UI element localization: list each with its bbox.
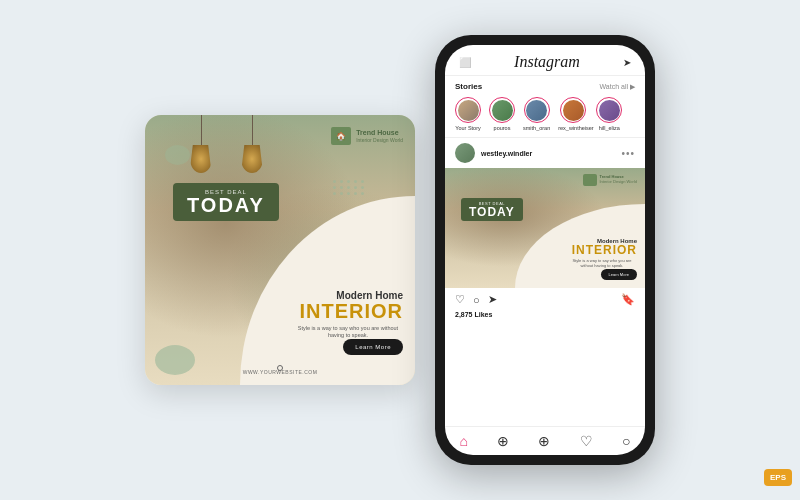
send-icon: ➤ [623, 57, 631, 68]
instagram-header: ⬜ Instagram ➤ [445, 45, 645, 76]
mini-logo-icon [583, 174, 597, 186]
poster-avatar [455, 143, 475, 163]
brand-logo: 🏠 Trend House Interior Design World [331, 127, 403, 145]
story-rex[interactable]: rex_wintheiser [558, 97, 588, 131]
story-name-pouros: pouros [494, 125, 511, 131]
eps-badge: EPS [764, 469, 792, 486]
nav-home-icon[interactable]: ⌂ [460, 433, 468, 449]
mini-today: TODAY [469, 206, 515, 218]
story-avatar-smith [524, 97, 550, 123]
bottom-nav: ⌂ ⊕ ⊕ ♡ ○ [445, 426, 645, 455]
stories-header: Stories Watch all ▶ [455, 82, 635, 91]
deal-badge: BEST DEAL TODAY [173, 183, 279, 221]
stories-label: Stories [455, 82, 482, 91]
poster-name: westley.windler [481, 150, 615, 157]
post-options-dots[interactable]: ••• [621, 148, 635, 159]
blob-decoration [155, 345, 195, 375]
post-image: Trend House Interior Design World BEST D… [445, 168, 645, 288]
post-actions: ♡ ○ ➤ 🔖 [445, 288, 645, 311]
story-avatar-pouros [489, 97, 515, 123]
dots-decoration [333, 180, 365, 195]
instagram-title: Instagram [514, 53, 580, 71]
stories-row: Your Story pouros smith_oran [455, 97, 635, 131]
logo-icon: 🏠 [331, 127, 351, 145]
tagline-text: Style is a way to say who you are withou… [293, 325, 403, 340]
post-card: 🏠 Trend House Interior Design World BEST… [145, 115, 415, 385]
mini-logo-text: Trend House Interior Design World [600, 175, 638, 185]
mini-deal-badge: BEST DEAL TODAY [461, 198, 523, 221]
share-icon[interactable]: ➤ [488, 293, 497, 306]
story-name-hill: hill_eliza [599, 125, 620, 131]
website-url: WWW.YOURWEBSITE.COM [243, 369, 318, 375]
story-pouros[interactable]: pouros [489, 97, 515, 131]
heading-1: Modern Home [293, 290, 403, 301]
lamp-2 [240, 115, 265, 175]
mini-learn-btn[interactable]: Learn More [601, 269, 637, 280]
story-your[interactable]: Your Story [455, 97, 481, 131]
story-hill[interactable]: hill_eliza [596, 97, 622, 131]
likes-count: 2,875 Likes [445, 311, 645, 321]
stories-section: Stories Watch all ▶ Your Story [445, 76, 645, 138]
nav-search-icon[interactable]: ⊕ [497, 433, 509, 449]
nav-heart-icon[interactable]: ♡ [580, 433, 593, 449]
mini-heading-2: INTERIOR [567, 244, 637, 256]
story-avatar-rex [560, 97, 586, 123]
story-avatar-hill [596, 97, 622, 123]
nav-add-icon[interactable]: ⊕ [538, 433, 550, 449]
camera-icon: ⬜ [459, 57, 471, 68]
story-avatar-your [455, 97, 481, 123]
post-header: westley.windler ••• [445, 138, 645, 168]
bookmark-icon[interactable]: 🔖 [621, 293, 635, 306]
mini-logo: Trend House Interior Design World [583, 174, 638, 186]
phone-mockup: ⬜ Instagram ➤ Stories Watch all ▶ [435, 35, 655, 465]
brand-name: Trend House Interior Design World [356, 129, 403, 143]
post-content: Modern Home INTERIOR Style is a way to s… [293, 290, 403, 340]
mini-tagline: Style is a way to say who you are withou… [567, 258, 637, 268]
story-name-rex: rex_wintheiser [558, 125, 588, 131]
best-deal-label: BEST DEAL [187, 189, 265, 195]
watch-all-button[interactable]: Watch all ▶ [599, 83, 635, 91]
comment-icon[interactable]: ○ [473, 294, 480, 306]
today-label: TODAY [187, 195, 265, 215]
learn-more-button[interactable]: Learn More [343, 339, 403, 355]
phone-screen: ⬜ Instagram ➤ Stories Watch all ▶ [445, 45, 645, 455]
story-smith[interactable]: smith_oran [523, 97, 550, 131]
nav-profile-icon[interactable]: ○ [622, 433, 630, 449]
lamp-1 [186, 115, 216, 185]
heading-2: INTERIOR [293, 301, 403, 321]
story-name-your: Your Story [455, 125, 480, 131]
heart-icon[interactable]: ♡ [455, 293, 465, 306]
story-name-smith: smith_oran [523, 125, 550, 131]
mini-content: Modern Home INTERIOR Style is a way to s… [567, 238, 637, 268]
